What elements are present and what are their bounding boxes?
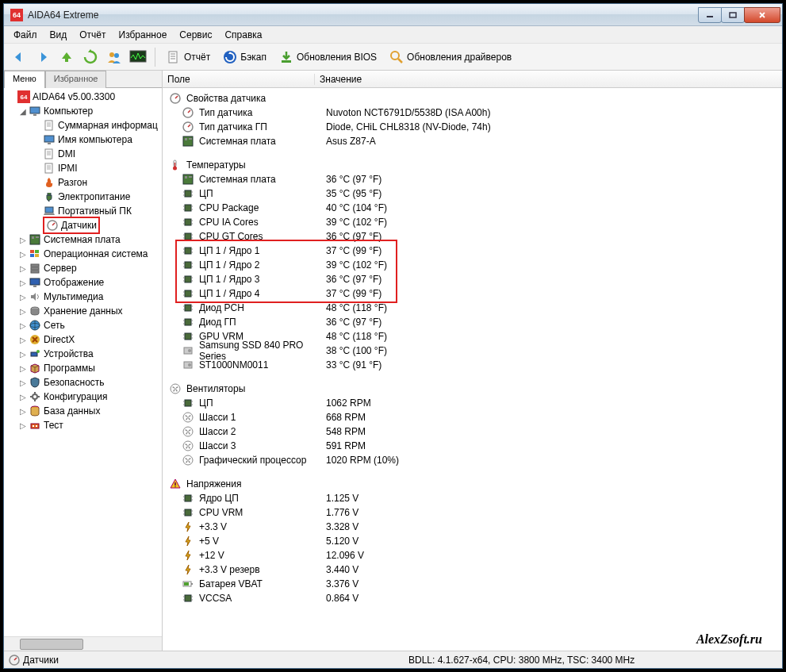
sidebar-tabs: Меню Избранное xyxy=(4,71,162,88)
data-row[interactable]: Samsung SSD 840 PRO Series38 °C (100 °F) xyxy=(163,344,782,358)
svg-rect-44 xyxy=(33,286,36,287)
svg-rect-116 xyxy=(185,305,191,311)
tree-node[interactable]: ▷Мультимедиа xyxy=(4,290,162,304)
tree-node[interactable]: ▷Программы xyxy=(4,361,162,375)
svg-rect-20 xyxy=(44,136,54,142)
col-value[interactable]: Значение xyxy=(315,74,782,85)
tree-node[interactable]: ▷База данных xyxy=(4,404,162,418)
data-row[interactable]: Ядро ЦП1.125 V xyxy=(163,491,782,505)
users-icon[interactable] xyxy=(104,47,125,67)
tree-node[interactable]: ◢Компьютер xyxy=(4,104,162,118)
data-row[interactable]: Тип датчика ГПDiode, CHiL CHL8318 (NV-Di… xyxy=(163,120,782,134)
data-row[interactable]: +3.3 V3.328 V xyxy=(163,520,782,534)
tree-node[interactable]: ▷DirectX xyxy=(4,332,162,347)
tree-node[interactable]: ▷Отображение xyxy=(4,275,162,290)
minimize-button[interactable] xyxy=(698,7,722,23)
close-button[interactable] xyxy=(744,7,780,23)
svg-rect-96 xyxy=(185,248,191,254)
tab-favorites[interactable]: Избранное xyxy=(45,71,107,88)
col-field[interactable]: Поле xyxy=(163,74,315,85)
data-row[interactable]: Системная платаAsus Z87-A xyxy=(163,134,782,148)
svg-rect-59 xyxy=(33,425,34,427)
driver-update-button[interactable]: Обновления драйверов xyxy=(385,48,516,66)
data-row[interactable]: ЦП 1 / Ядро 437 °C (99 °F) xyxy=(163,286,782,301)
data-row[interactable]: CPU VRM1.776 V xyxy=(163,505,782,520)
data-row[interactable]: +5 V5.120 V xyxy=(163,534,782,548)
menu-report[interactable]: Отчёт xyxy=(73,28,112,42)
maximize-button[interactable] xyxy=(721,7,745,23)
refresh-button[interactable] xyxy=(80,47,101,67)
menu-service[interactable]: Сервис xyxy=(173,28,218,42)
h-scrollbar[interactable] xyxy=(4,636,162,651)
tree-node[interactable]: IPMI xyxy=(4,161,162,175)
tree-node[interactable]: Суммарная информац xyxy=(4,118,162,132)
monitor-icon[interactable] xyxy=(128,47,148,67)
backup-button[interactable]: Бэкап xyxy=(218,48,271,66)
up-button[interactable] xyxy=(56,47,77,67)
menu-view[interactable]: Вид xyxy=(44,28,74,42)
data-row[interactable]: CPU Package40 °C (104 °F) xyxy=(163,201,782,215)
tree-node[interactable]: ▷Тест xyxy=(4,418,162,432)
back-button[interactable] xyxy=(9,47,29,67)
tab-menu[interactable]: Меню xyxy=(4,71,45,88)
menu-favorites[interactable]: Избранное xyxy=(113,28,174,42)
tree-node[interactable]: 64AIDA64 v5.00.3300 xyxy=(4,90,162,104)
tree-node[interactable]: ▷Сервер xyxy=(4,261,162,275)
content-list[interactable]: Свойства датчикаТип датчикаNuvoton NCT67… xyxy=(163,88,782,651)
bios-update-button[interactable]: Обновления BIOS xyxy=(274,48,381,66)
svg-rect-136 xyxy=(185,400,191,406)
section-header: Температуры xyxy=(163,158,782,172)
data-row[interactable]: +3.3 V резерв3.440 V xyxy=(163,563,782,577)
svg-point-135 xyxy=(171,384,180,394)
tree-node[interactable]: ▷Конфигурация xyxy=(4,390,162,404)
svg-point-132 xyxy=(188,349,191,352)
data-row[interactable]: ЦП35 °C (95 °F) xyxy=(163,186,782,201)
nav-tree[interactable]: 64AIDA64 v5.00.3300◢КомпьютерСуммарная и… xyxy=(4,88,162,636)
section-header: Напряжения xyxy=(163,477,782,491)
tree-node[interactable]: DMI xyxy=(4,147,162,161)
svg-point-5 xyxy=(114,53,119,58)
svg-line-166 xyxy=(14,658,17,660)
data-row[interactable]: Батарея VBAT3.376 V xyxy=(163,577,782,591)
svg-rect-35 xyxy=(36,236,39,238)
svg-point-144 xyxy=(183,455,193,465)
tree-node[interactable]: ▷Хранение данных xyxy=(4,304,162,318)
data-row[interactable]: ЦП 1 / Ядро 137 °C (99 °F) xyxy=(163,244,782,258)
tree-node[interactable]: Разгон xyxy=(4,175,162,190)
data-row[interactable]: ЦП 1 / Ядро 239 °C (102 °F) xyxy=(163,258,782,272)
svg-rect-34 xyxy=(32,236,34,239)
tree-node[interactable]: Имя компьютера xyxy=(4,132,162,147)
tree-node[interactable]: ▷Системная плата xyxy=(4,232,162,247)
data-row[interactable]: Диод PCH48 °C (118 °F) xyxy=(163,301,782,315)
tree-node[interactable]: ▷Сеть xyxy=(4,318,162,332)
data-row[interactable]: Шасси 2548 RPM xyxy=(163,424,782,439)
tree-node[interactable]: ▷Устройства xyxy=(4,347,162,361)
data-row[interactable]: Системная плата36 °C (97 °F) xyxy=(163,172,782,186)
svg-rect-68 xyxy=(185,138,187,140)
report-button[interactable]: Отчёт xyxy=(162,48,215,66)
data-row[interactable]: Диод ГП36 °C (97 °F) xyxy=(163,315,782,329)
data-row[interactable]: CPU GT Cores36 °C (97 °F) xyxy=(163,229,782,244)
tree-node[interactable]: ▷Операционная система xyxy=(4,247,162,261)
menu-file[interactable]: Файл xyxy=(7,28,44,42)
forward-button[interactable] xyxy=(33,47,53,67)
data-row[interactable]: CPU IA Cores39 °C (102 °F) xyxy=(163,215,782,229)
data-row[interactable]: ST1000NM001133 °C (91 °F) xyxy=(163,358,782,372)
data-row[interactable]: Шасси 3591 RPM xyxy=(163,439,782,453)
data-row[interactable]: ЦП 1 / Ядро 336 °C (97 °F) xyxy=(163,272,782,286)
tree-node[interactable]: Датчики xyxy=(4,218,162,232)
menu-help[interactable]: Справка xyxy=(218,28,268,42)
data-row[interactable]: Тип датчикаNuvoton NCT6791D/5538D (ISA A… xyxy=(163,106,782,120)
svg-line-32 xyxy=(52,223,55,225)
data-row[interactable]: +12 V12.096 V xyxy=(163,548,782,563)
data-row[interactable]: ЦП1062 RPM xyxy=(163,396,782,410)
svg-rect-159 xyxy=(184,582,189,586)
svg-rect-121 xyxy=(185,319,191,325)
svg-rect-69 xyxy=(189,138,192,140)
menubar: Файл Вид Отчёт Избранное Сервис Справка xyxy=(4,26,782,44)
tree-node[interactable]: ▷Безопасность xyxy=(4,375,162,390)
tree-node[interactable]: Электропитание xyxy=(4,190,162,204)
data-row[interactable]: Графический процессор1020 RPM (10%) xyxy=(163,453,782,467)
data-row[interactable]: VCCSA0.864 V xyxy=(163,591,782,605)
data-row[interactable]: Шасси 1668 RPM xyxy=(163,410,782,424)
